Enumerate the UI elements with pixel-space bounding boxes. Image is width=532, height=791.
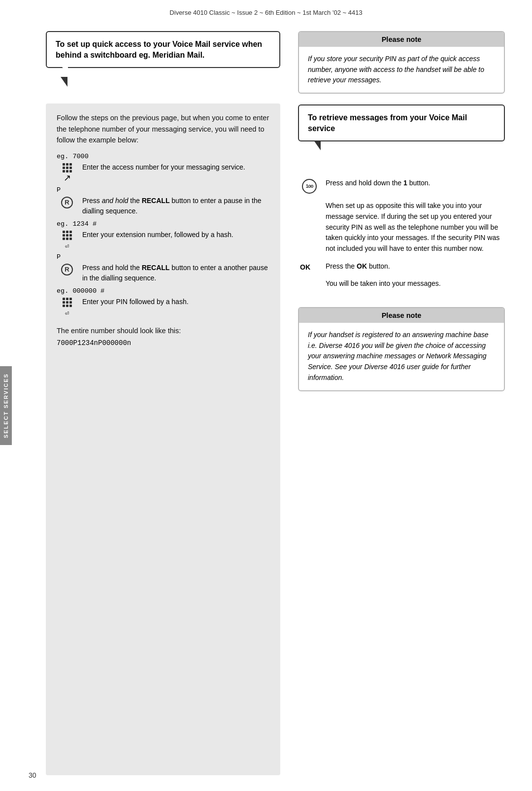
step4-text: Press and hold the RECALL button to ente… (82, 263, 269, 283)
hash-keypad-icon: ⏎ (63, 231, 72, 249)
step5-eg: eg. 000000 # (57, 287, 269, 295)
step5-text: Enter your PIN followed by a hash. (82, 297, 269, 307)
hash-icon: ⏎ (65, 242, 69, 249)
step1-row: ↗ Enter the access number for your messa… (57, 162, 269, 182)
retrieve-box-wrapper: To retrieve messages from your Voice Mai… (298, 104, 505, 153)
retrieve-step3-row: OK Press the OK button. (300, 261, 503, 272)
header-title: Diverse 4010 Classic ~ Issue 2 ~ 6th Edi… (169, 9, 362, 16)
step3-icon: ⏎ (57, 230, 77, 249)
note-top-body: If you store your security PIN as part o… (299, 47, 504, 93)
step2-row: R Press and hold the RECALL button to en… (57, 196, 269, 216)
note-bottom-header: Please note (299, 308, 504, 323)
step1-eg: eg. 7000 (57, 153, 269, 160)
retrieve-box: To retrieve messages from your Voice Mai… (298, 104, 505, 141)
step3-eg: eg. 1234 # (57, 220, 269, 228)
step1-text: Enter the access number for your messagi… (82, 162, 269, 172)
step4-icon: R (57, 263, 77, 275)
step3-row: ⏎ Enter your extension number, followed … (57, 230, 269, 249)
setup-box-title: To set up quick access to your Voice Mai… (56, 39, 270, 60)
note-bottom-body: If your handset is registered to an answ… (299, 323, 504, 390)
retrieve-step4-icon (300, 278, 319, 288)
page-number: 30 (29, 771, 36, 779)
step4-row: R Press and hold the RECALL button to en… (57, 263, 269, 283)
step2-text: Press and hold the RECALL button to ente… (82, 196, 269, 216)
retrieve-step4-row: You will be taken into your messages. (300, 278, 503, 289)
cursor-icon: ↗ (64, 173, 71, 182)
retrieve-step1-icon: 1oo (300, 178, 319, 194)
intro-text: Follow the steps on the previous page, b… (57, 112, 269, 145)
keypad-icon (63, 163, 72, 172)
step5-icon: ⏎ (57, 297, 77, 316)
step2-eg: P (57, 186, 269, 194)
step1-icon: ↗ (57, 162, 77, 182)
retrieve-step2-icon (300, 201, 319, 210)
retrieve-steps-area: 1oo Press and hold down the 1 button. Wh… (298, 178, 505, 296)
recall-icon: R (61, 197, 73, 208)
retrieve-step2-text: When set up as opposite this will take y… (326, 201, 503, 254)
retrieve-step3-text: Press the OK button. (326, 261, 503, 272)
footer-code: 7000P1234nP000000n (57, 339, 269, 347)
retrieve-box-title: To retrieve messages from your Voice Mai… (308, 112, 495, 134)
hash2-icon: ⏎ (65, 310, 69, 316)
retrieve-step1-text: Press and hold down the 1 button. (326, 178, 503, 189)
step2-icon: R (57, 196, 77, 208)
recall2-icon: R (61, 264, 73, 275)
retrieve-step1-row: 1oo Press and hold down the 1 button. (300, 178, 503, 194)
circle-1oo-icon: 1oo (302, 179, 317, 194)
page-header: Diverse 4010 Classic ~ Issue 2 ~ 6th Edi… (0, 0, 532, 21)
footer-text: The entire number should look like this: (57, 325, 269, 336)
retrieve-step4-text: You will be taken into your messages. (326, 278, 503, 289)
step3-text: Enter your extension number, followed by… (82, 230, 269, 240)
right-column: Please note If you store your security P… (298, 31, 505, 775)
step4-eg: P (57, 253, 269, 261)
sidebar-tab: SELECT SERVICES (0, 366, 12, 445)
hash-keypad2-icon: ⏎ (63, 298, 72, 316)
ok-icon: OK (300, 262, 319, 271)
retrieve-step2-row: When set up as opposite this will take y… (300, 201, 503, 254)
note-top-header: Please note (299, 32, 504, 47)
retrieve-step3-icon: OK (300, 261, 319, 271)
left-body-area: Follow the steps on the previous page, b… (46, 103, 280, 775)
note-bottom: Please note If your handset is registere… (298, 307, 505, 391)
setup-box: To set up quick access to your Voice Mai… (46, 31, 280, 77)
note-top: Please note If you store your security P… (298, 31, 505, 94)
left-column: To set up quick access to your Voice Mai… (46, 31, 280, 775)
step5-row: ⏎ Enter your PIN followed by a hash. (57, 297, 269, 316)
